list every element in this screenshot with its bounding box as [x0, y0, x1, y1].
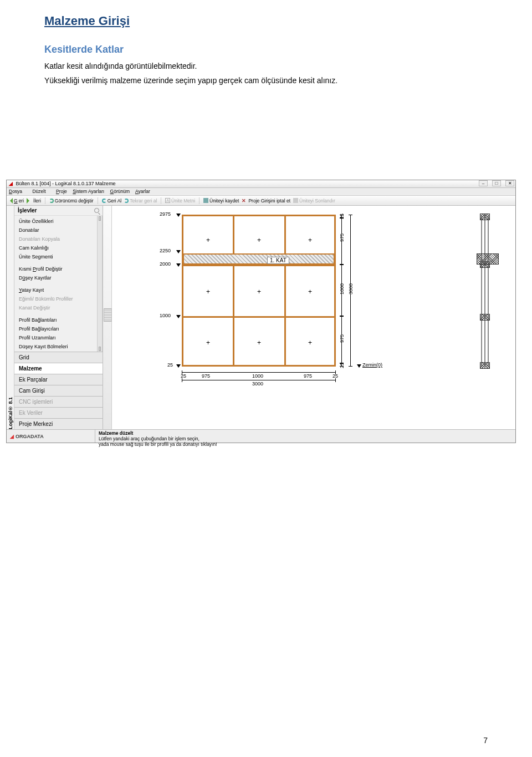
zemin-label: Zemin(0): [362, 362, 382, 368]
undo-button[interactable]: Geri Al: [102, 198, 122, 204]
dim-1000c: 1000: [252, 373, 263, 379]
mullion-v2[interactable]: [284, 215, 286, 367]
functions-panel: İşlevler Ünite Özellikleri Donatılar Don…: [14, 206, 103, 429]
mullion-v1[interactable]: [233, 215, 234, 367]
vertical-brand-strip: LogiKal® 8.1: [7, 206, 14, 429]
finish-unit-button[interactable]: Üniteyi Sonlandır: [293, 198, 335, 204]
status-text: Malzeme düzelt Lütfen yandaki araç çubuğ…: [95, 430, 515, 443]
fn-profil-baglayicilari[interactable]: Profil Bağlayıcıları: [14, 324, 102, 333]
fn-unite-segmenti[interactable]: Ünite Segmenti: [14, 252, 102, 261]
functions-header: İşlevler: [14, 206, 103, 216]
finish-icon: [293, 198, 298, 203]
tab-grid[interactable]: Grid: [14, 352, 103, 363]
status-bar: ◢ ORGADATA Malzeme düzelt Lütfen yandaki…: [7, 429, 515, 443]
tab-cnc: CNC işlemleri: [14, 396, 103, 407]
menu-bar[interactable]: Dosya Düzelt Proje Sistem Ayarları Görün…: [7, 188, 515, 196]
main-area: LogiKal® 8.1 İşlevler Ünite Özellikleri …: [7, 206, 515, 429]
section-line-2: [484, 215, 485, 367]
fn-kanat: Kanat Değiştir: [14, 303, 102, 312]
dim-25: 25: [339, 363, 345, 368]
refresh-icon: [49, 199, 54, 203]
status-line-1: Lütfen yandaki araç çubuğundan bir işlem…: [99, 436, 512, 441]
fn-donatilari-kopyala: Donatıları Kopyala: [14, 235, 102, 243]
level-2250: 2250: [160, 248, 171, 253]
app-icon: ◢: [9, 181, 13, 186]
fn-dusey-kayit-bol[interactable]: Düşey Kayıt Bölmeleri: [14, 342, 102, 351]
save-unit-button[interactable]: Üniteyi kaydet: [203, 198, 239, 204]
level-2000: 2000: [160, 261, 171, 267]
menu-gorunum[interactable]: Görünüm: [110, 189, 130, 194]
fn-donatilar[interactable]: Donatılar: [14, 226, 102, 235]
dim-h-3000: [182, 380, 336, 380]
level-tick: [176, 250, 181, 253]
menu-proje[interactable]: Proje: [56, 189, 67, 194]
brand-area: ◢ ORGADATA: [7, 430, 95, 443]
search-icon[interactable]: [94, 208, 99, 213]
menu-sistem[interactable]: Sistem Ayarları: [73, 189, 104, 194]
pane-plus: +: [206, 236, 210, 244]
mullion-h1[interactable]: [182, 265, 336, 266]
maximize-button[interactable]: □: [492, 180, 501, 186]
bottom-tabs: Grid Malzeme Ek Parçalar Cam Girişi CNC …: [14, 352, 103, 429]
doc-paragraph-1: Katlar kesit alındığında görüntülebilmek…: [44, 61, 488, 72]
menu-ayarlar[interactable]: Ayarlar: [135, 189, 150, 194]
refresh-button[interactable]: Görünümü değiştir: [49, 198, 94, 204]
fn-malzeme-paketleri[interactable]: Malzeme Paketleri: [14, 351, 102, 352]
undo-icon: [102, 199, 106, 203]
floor-band[interactable]: [183, 253, 335, 265]
minimize-button[interactable]: –: [479, 180, 488, 186]
section-line-1: [481, 215, 482, 367]
fn-cam-kalinligi[interactable]: Cam Kalınlığı: [14, 243, 102, 252]
level-tick: [176, 315, 181, 318]
fn-profil-baglantilari[interactable]: Profil Bağlantıları: [14, 316, 102, 324]
side-toolstrip[interactable]: [103, 206, 112, 429]
back-button[interactable]: Geri: [9, 198, 24, 204]
redo-button[interactable]: Tekrar geri al: [124, 198, 157, 204]
scrollbar[interactable]: [97, 216, 102, 352]
status-line-2: yada mouse sağ tuşu ile bir profili ya d…: [99, 441, 512, 447]
doc-paragraph-2: Yüksekliği verilmiş malzeme üzerinde seç…: [44, 75, 488, 87]
window-title: Bülten 8.1 [004] - LogiKal 8.1.0.137 Mal…: [16, 181, 116, 186]
tab-cam-girisi[interactable]: Cam Girişi: [14, 385, 103, 396]
dim-975r: 975: [304, 373, 312, 379]
fn-dusey-kayitlar[interactable]: Düşey Kayıtlar: [14, 273, 102, 282]
dim-975: 975: [339, 334, 345, 343]
zemin-tick: [357, 364, 361, 368]
pane-plus: +: [257, 288, 261, 296]
fn-yatay-kayit[interactable]: Yatay Kayıt: [14, 286, 102, 294]
level-1000: 1000: [160, 313, 171, 318]
section-line-3: [488, 215, 489, 367]
forward-button[interactable]: İleri: [27, 198, 41, 204]
tab-malzeme[interactable]: Malzeme: [14, 363, 103, 374]
close-button[interactable]: ✕: [505, 180, 514, 186]
tab-ek-veriler: Ek Veriler: [14, 407, 103, 418]
section-profile-bottom: [480, 362, 490, 369]
fn-egimli: Eğimli/ Bükümlü Profiller: [14, 294, 102, 303]
fn-unite-ozellikleri[interactable]: Ünite Özellikleri: [14, 217, 102, 226]
pane-plus: +: [206, 288, 210, 296]
app-window: ◢ Bülten 8.1 [004] - LogiKal 8.1.0.137 M…: [6, 180, 516, 443]
pane-plus: +: [257, 236, 261, 244]
pane-plus: +: [308, 339, 312, 347]
functions-header-label: İşlevler: [18, 207, 37, 214]
brand-text: ORGADATA: [16, 434, 44, 439]
status-heading: Malzeme düzelt: [99, 430, 512, 436]
level-tick: [176, 263, 181, 267]
drawing-canvas[interactable]: + + + + + + + + + 1. KAT 2975 2250 2000: [112, 206, 515, 429]
tab-proje-merkezi[interactable]: Proje Merkezi: [14, 418, 103, 429]
dim-h-chain: [182, 372, 336, 373]
fn-kismi-profil[interactable]: Kısmi Profil Değiştir: [14, 265, 102, 273]
menu-duzelt[interactable]: Düzelt: [32, 189, 50, 194]
mullion-h2[interactable]: [182, 316, 336, 318]
dim-3000: 3000: [348, 283, 354, 294]
tab-ek-parcalar[interactable]: Ek Parçalar: [14, 374, 103, 385]
pane-plus: +: [257, 339, 261, 347]
cancel-icon: ✕: [242, 198, 247, 204]
menu-dosya[interactable]: Dosya: [9, 189, 27, 194]
fn-profil-uzanimlari[interactable]: Profil Uzanımları: [14, 333, 102, 342]
save-icon: [203, 198, 208, 203]
unit-text-button[interactable]: AÜnite Metni: [165, 198, 195, 204]
section-profile-mid2: [480, 314, 490, 321]
text-icon: A: [165, 198, 170, 203]
cancel-entry-button[interactable]: ✕Proje Girişini iptal et: [242, 198, 290, 204]
